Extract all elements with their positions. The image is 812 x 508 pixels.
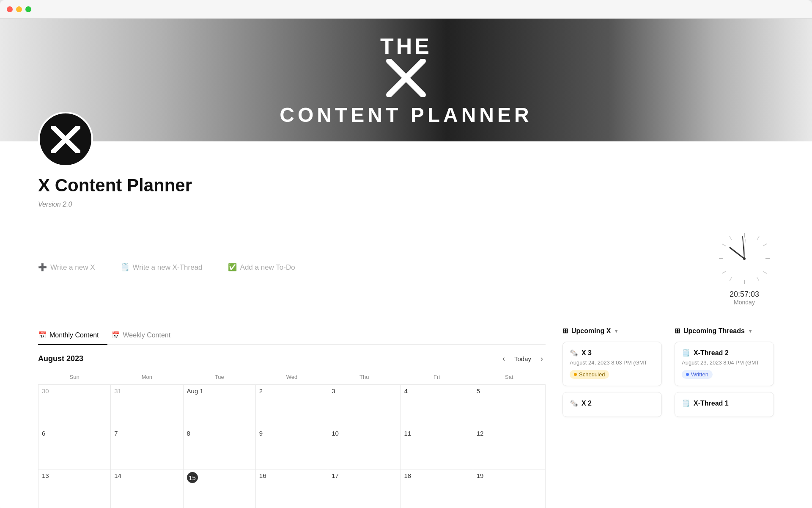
day-number: 4 [404, 387, 407, 395]
x-card-1-emoji: 🗞️ [570, 349, 578, 357]
cal-day-12[interactable]: 12 [473, 427, 545, 469]
cal-day-11[interactable]: 11 [401, 427, 473, 469]
right-panels: ⊞ Upcoming X ▾ 🗞️ X 3 August 24, 2023 8:… [562, 327, 774, 423]
close-button[interactable] [7, 6, 13, 12]
upcoming-threads-header[interactable]: ⊞ Upcoming Threads ▾ [675, 327, 774, 335]
todo-icon: ✅ [228, 263, 237, 272]
thread-card-1[interactable]: 🗒️ X-Thread 2 August 23, 2023 8:04 PM (G… [675, 342, 774, 386]
cal-day-7[interactable]: 7 [111, 427, 183, 469]
cal-day-5[interactable]: 5 [473, 385, 545, 427]
titlebar [0, 0, 812, 19]
cal-day-31[interactable]: 31 [111, 385, 183, 427]
monthly-tab-label: Monthly Content [49, 331, 99, 339]
calendar-month-title: August 2023 [38, 354, 83, 363]
thread-card-2-title: 🗒️ X-Thread 1 [682, 399, 767, 407]
x-card-1-title: 🗞️ X 3 [570, 349, 655, 357]
write-new-thread-button[interactable]: 🗒️ Write a new X-Thread [121, 263, 203, 272]
svg-line-10 [730, 236, 732, 240]
thread-card-1-title: 🗒️ X-Thread 2 [682, 349, 767, 357]
day-number: 2 [259, 387, 263, 395]
cal-day-14[interactable]: 14 [111, 469, 183, 508]
cal-day-4[interactable]: 4 [401, 385, 473, 427]
cal-day-30[interactable]: 30 [38, 385, 111, 427]
calendar-today-button[interactable]: Today [512, 354, 534, 363]
banner-content-planner: CONTENT PLANNER [280, 103, 532, 127]
svg-line-9 [763, 244, 767, 246]
x-card-2-emoji: 🗞️ [570, 399, 578, 407]
svg-line-15 [763, 271, 767, 273]
cal-day-15[interactable]: 15 [183, 469, 255, 508]
upcoming-x-label: Upcoming X [571, 327, 611, 335]
cal-day-13[interactable]: 13 [38, 469, 111, 508]
day-number: Aug 1 [187, 387, 203, 395]
minimize-button[interactable] [16, 6, 22, 12]
svg-line-11 [722, 244, 726, 246]
calendar-grid: Sun Mon Tue Wed Thu Fri Sat 30 31 [38, 371, 546, 508]
thread-card-1-emoji: 🗒️ [682, 349, 690, 357]
add-todo-button[interactable]: ✅ Add a new To-Do [228, 263, 295, 272]
clock-face [715, 229, 774, 288]
tab-monthly[interactable]: 📅 Monthly Content [38, 327, 107, 345]
version-label: Version 2.0 [38, 201, 774, 208]
clock-time: 20:57:03 [715, 290, 774, 299]
day-number: 31 [114, 387, 121, 395]
calendar-header: August 2023 ‹ Today › [38, 353, 546, 364]
cal-day-2[interactable]: 2 [255, 385, 328, 427]
content-tabs: 📅 Monthly Content 📅 Weekly Content [38, 327, 546, 345]
calendar-next-button[interactable]: › [538, 353, 546, 364]
svg-point-19 [743, 257, 746, 260]
weekly-tab-icon: 📅 [112, 331, 120, 339]
calendar-nav: ‹ Today › [500, 353, 546, 364]
svg-line-14 [757, 277, 759, 281]
calendar-section: 📅 Monthly Content 📅 Weekly Content Augus… [38, 327, 546, 508]
thread-card-1-date: August 23, 2023 8:04 PM (GMT [682, 359, 767, 366]
x-card-2[interactable]: 🗞️ X 2 [562, 392, 662, 417]
cal-day-19[interactable]: 19 [473, 469, 545, 508]
cal-day-18[interactable]: 18 [401, 469, 473, 508]
main-layout: 📅 Monthly Content 📅 Weekly Content Augus… [38, 327, 774, 508]
upcoming-x-panel: ⊞ Upcoming X ▾ 🗞️ X 3 August 24, 2023 8:… [562, 327, 662, 423]
day-number: 5 [477, 387, 480, 395]
cal-day-aug1[interactable]: Aug 1 [183, 385, 255, 427]
x-card-1[interactable]: 🗞️ X 3 August 24, 2023 8:03 PM (GMT Sche… [562, 342, 662, 386]
weekday-sun: Sun [38, 371, 111, 385]
chevron-down-icon-threads: ▾ [749, 328, 752, 334]
x-card-1-date: August 24, 2023 8:03 PM (GMT [570, 359, 655, 366]
day-number: 30 [42, 387, 49, 395]
clock-widget: 20:57:03 Monday [715, 229, 774, 306]
thread-icon: 🗒️ [121, 263, 129, 272]
cal-day-9[interactable]: 9 [255, 427, 328, 469]
cal-day-10[interactable]: 10 [328, 427, 401, 469]
quick-actions-row: ➕ Write a new X 🗒️ Write a new X-Thread … [38, 229, 774, 306]
calendar-prev-button[interactable]: ‹ [500, 353, 508, 364]
page-title: X Content Planner [38, 175, 774, 196]
cal-day-8[interactable]: 8 [183, 427, 255, 469]
tab-weekly[interactable]: 📅 Weekly Content [112, 327, 179, 345]
monthly-tab-icon: 📅 [38, 331, 47, 339]
upcoming-threads-panel: ⊞ Upcoming Threads ▾ 🗒️ X-Thread 2 Augus… [675, 327, 774, 423]
write-thread-label: Write a new X-Thread [133, 263, 203, 272]
grid-icon-threads: ⊞ [675, 327, 680, 335]
upcoming-threads-label: Upcoming Threads [683, 327, 745, 335]
thread-card-2[interactable]: 🗒️ X-Thread 1 [675, 392, 774, 417]
weekday-tue: Tue [183, 371, 255, 385]
day-number: 3 [332, 387, 335, 395]
write-new-x-button[interactable]: ➕ Write a new X [38, 263, 95, 272]
cal-day-6[interactable]: 6 [38, 427, 111, 469]
upcoming-x-header[interactable]: ⊞ Upcoming X ▾ [562, 327, 662, 335]
avatar-container [38, 112, 93, 167]
cal-day-17[interactable]: 17 [328, 469, 401, 508]
cal-day-16[interactable]: 16 [255, 469, 328, 508]
svg-line-17 [743, 237, 744, 259]
weekly-tab-label: Weekly Content [123, 331, 171, 339]
x-card-1-badge: Scheduled [570, 370, 609, 379]
maximize-button[interactable] [25, 6, 31, 12]
svg-line-18 [744, 240, 745, 259]
grid-icon-x: ⊞ [562, 327, 568, 335]
write-x-label: Write a new X [50, 263, 95, 272]
badge-dot-written [686, 373, 689, 376]
banner-the: THE [280, 33, 532, 59]
weekday-mon: Mon [111, 371, 183, 385]
cal-day-3[interactable]: 3 [328, 385, 401, 427]
svg-line-12 [722, 271, 726, 273]
